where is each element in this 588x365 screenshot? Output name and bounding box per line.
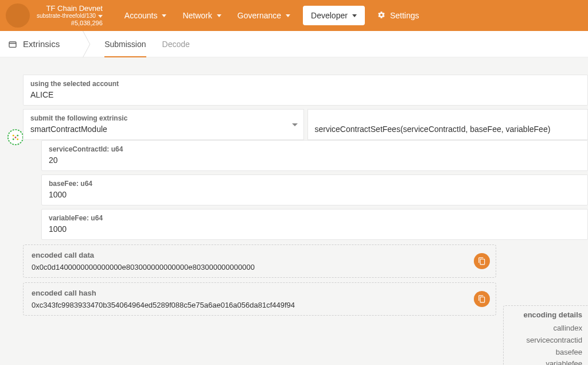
chevron-down-icon [286,14,290,17]
account-value: ALICE [30,90,581,99]
copy-call-hash-button[interactable] [474,291,490,307]
chevron-down-icon [352,14,357,17]
chevron-down-icon [98,15,103,18]
tab-submission[interactable]: Submission [96,31,154,57]
param-servicecontractid[interactable]: serviceContractId: u64 20 [41,140,588,171]
copy-call-data-button[interactable] [474,253,490,269]
encoding-details-title: encoding details [511,310,582,319]
param-label: serviceContractId: u64 [49,145,581,153]
param-basefee[interactable]: baseFee: u64 1000 [41,174,588,205]
top-navbar: TF Chain Devnet substrate-threefold/130 … [0,0,588,31]
call-selector[interactable]: serviceContractSetFees(serviceContractId… [307,109,589,140]
call-value: serviceContractSetFees(serviceContractId… [315,125,581,134]
chevron-down-icon [292,123,298,126]
nav-settings[interactable]: Settings [369,0,427,31]
details-item[interactable]: servicecontractid [511,335,582,347]
nav-accounts[interactable]: Accounts [116,0,175,31]
extrinsic-selector-row: submit the following extrinsic smartCont… [23,109,588,140]
tab-decode[interactable]: Decode [154,31,198,57]
chevron-down-icon [162,14,166,17]
param-value: 20 [49,156,581,165]
gear-icon [377,11,385,21]
param-value: 1000 [49,224,581,234]
content-area: using the selected account ALICE submit … [0,57,588,316]
param-label: variableFee: u64 [49,214,581,222]
tab-submission-label: Submission [104,40,146,49]
svg-point-5 [17,138,18,140]
svg-point-6 [15,137,17,138]
tab-decode-label: Decode [162,40,190,49]
chain-logo[interactable] [6,3,30,28]
copy-icon [478,257,486,265]
divider-icon [83,31,96,57]
param-variablefee[interactable]: variableFee: u64 1000 [41,209,588,240]
param-value: 1000 [49,190,581,199]
module-selector[interactable]: submit the following extrinsic smartCont… [23,109,304,140]
encoded-call-hash-box: encoded call hash 0xc343fc9983933470b354… [23,282,496,316]
nav-accounts-label: Accounts [124,11,158,20]
nav-governance-label: Governance [237,11,281,20]
details-item[interactable]: variablefee [511,358,582,365]
nav-settings-label: Settings [390,11,419,20]
chain-subtitle: substrate-threefold/130 [37,13,96,20]
account-selector[interactable]: using the selected account ALICE [23,75,588,106]
account-identicon[interactable] [7,129,24,146]
chevron-down-icon [217,14,221,17]
svg-rect-0 [9,42,16,47]
svg-point-3 [17,135,18,137]
param-label: baseFee: u64 [49,180,581,188]
svg-point-4 [13,138,14,140]
module-value: smartContractModule [30,125,297,134]
chain-name: TF Chain Devnet [46,4,103,13]
encoded-call-data-box: encoded call data 0x0c0d1400000000000000… [23,244,496,278]
nav-developer[interactable]: Developer [303,6,365,25]
encoded-hash-label: encoded call hash [32,289,488,297]
encoding-details-panel: encoding details callindex servicecontra… [503,305,588,365]
details-item[interactable]: callindex [511,323,582,335]
details-item[interactable]: basefee [511,347,582,359]
copy-icon [478,295,486,303]
nav-network[interactable]: Network [174,0,229,31]
nav-developer-label: Developer [311,11,348,20]
page-title: Extrinsics [23,39,60,49]
nav-governance[interactable]: Governance [229,0,298,31]
encoded-data-label: encoded call data [32,251,488,259]
chain-block-number: #5,038,296 [71,20,103,27]
call-label [315,114,581,122]
svg-point-2 [13,135,14,137]
encoded-hash-value: 0xc343fc9983933470b354064964ed5289f088c5… [32,301,488,309]
module-label: submit the following extrinsic [30,114,297,122]
sub-navbar: Extrinsics Submission Decode [0,31,588,57]
account-label: using the selected account [30,80,581,88]
encoded-data-value: 0x0c0d1400000000000000e803000000000000e8… [32,263,488,271]
nav-network-label: Network [182,11,212,20]
extrinsics-icon [8,40,17,49]
chain-info[interactable]: TF Chain Devnet substrate-threefold/130 … [37,4,103,28]
